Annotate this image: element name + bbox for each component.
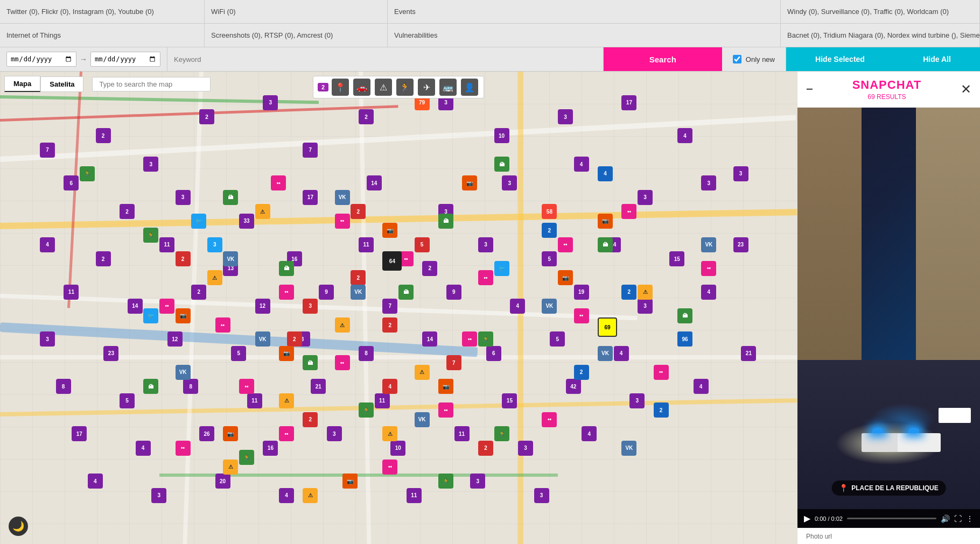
vk-pin[interactable]: VK — [255, 331, 270, 347]
volume-button[interactable]: 🔊 — [941, 514, 950, 523]
flickr-pin[interactable]: •• — [382, 460, 397, 475]
activity-pin[interactable]: 🏔 — [438, 214, 453, 229]
activity-pin[interactable]: 🏔 — [598, 237, 613, 252]
close-button[interactable]: ✕ — [961, 82, 971, 97]
activity-pin[interactable]: 🏃 — [143, 228, 158, 243]
vk-pin[interactable]: VK — [542, 299, 557, 314]
vk-pin[interactable]: VK — [176, 365, 191, 380]
activity-pin[interactable]: 🏔 — [677, 308, 692, 323]
pin[interactable]: 4 — [136, 441, 151, 456]
pin[interactable]: 9 — [446, 285, 461, 300]
blue-pin[interactable]: 96 — [677, 331, 692, 347]
pin[interactable]: 20 — [215, 474, 230, 489]
warning-pin[interactable]: ⚠ — [415, 365, 430, 380]
warning-pin[interactable]: ⚠ — [335, 317, 350, 333]
pin[interactable]: 14 — [422, 331, 437, 347]
flickr-pin[interactable]: •• — [574, 308, 589, 323]
instagram-pin[interactable]: 📷 — [279, 346, 294, 361]
pin[interactable]: 2 — [120, 204, 135, 219]
red-pin[interactable]: 4 — [382, 379, 397, 394]
pin[interactable]: 14 — [128, 299, 143, 314]
flickr-pin[interactable]: •• — [215, 317, 230, 333]
activity-pin[interactable]: 🏃 — [239, 450, 254, 465]
map-tab-satellite[interactable]: Satelita — [40, 76, 83, 92]
pin[interactable]: 3 — [558, 109, 573, 124]
pin[interactable]: 3 — [701, 175, 716, 190]
red-pin[interactable]: 2 — [287, 331, 302, 347]
pin[interactable]: 2 — [199, 109, 214, 124]
instagram-pin[interactable]: 📷 — [598, 214, 613, 229]
pin[interactable]: 4 — [614, 346, 629, 361]
vk-pin[interactable]: VK — [701, 237, 716, 252]
pin[interactable]: 11 — [407, 488, 422, 503]
pin[interactable]: 4 — [574, 157, 589, 172]
instagram-pin[interactable]: 📷 — [462, 175, 477, 190]
activity-pin[interactable]: 🏔 — [143, 379, 158, 394]
car-toolbar-icon[interactable]: 🚗 — [353, 79, 370, 96]
pin[interactable]: 11 — [454, 426, 470, 441]
pin[interactable]: 21 — [741, 346, 756, 361]
pin[interactable]: 42 — [566, 379, 581, 394]
blue-pin[interactable]: 4 — [598, 166, 613, 181]
red-pin[interactable]: 2 — [351, 204, 366, 219]
pin[interactable]: 3 — [629, 393, 645, 408]
instagram-pin[interactable]: 📷 — [438, 379, 453, 394]
pin[interactable]: 17 — [72, 426, 87, 441]
pin[interactable]: 3 — [638, 299, 653, 314]
keyword-input[interactable] — [174, 55, 597, 63]
user-toolbar-icon[interactable]: 👤 — [461, 79, 478, 96]
flickr-pin[interactable]: •• — [271, 175, 286, 190]
pin[interactable]: 8 — [56, 379, 71, 394]
flickr-pin[interactable]: •• — [621, 204, 636, 219]
pin-toolbar-icon[interactable]: 📍 — [332, 79, 349, 96]
pin[interactable]: 3 — [478, 237, 493, 252]
red-pin[interactable]: 5 — [415, 237, 430, 252]
pin[interactable]: 15 — [502, 393, 517, 408]
wifi-filter[interactable]: WiFi (0) — [205, 0, 388, 23]
red-big-pin[interactable]: 58 — [542, 204, 557, 219]
pin[interactable]: 3 — [638, 190, 653, 205]
warning-pin[interactable]: ⚠ — [638, 285, 653, 300]
pin[interactable]: 5 — [542, 251, 557, 266]
pin[interactable]: 23 — [733, 237, 748, 252]
flickr-pin[interactable]: •• — [176, 441, 191, 456]
snapchat-cluster-pin[interactable]: 64 — [382, 251, 402, 271]
activity-pin[interactable]: 🏃 — [80, 166, 95, 181]
activity-pin[interactable]: 🏔 — [494, 157, 509, 172]
progress-bar[interactable] — [847, 518, 936, 519]
pin[interactable]: 6 — [64, 175, 79, 190]
pin[interactable]: 3 — [176, 190, 191, 205]
flickr-pin[interactable]: •• — [279, 426, 294, 441]
pin[interactable]: 6 — [486, 346, 501, 361]
person-toolbar-icon[interactable]: 🏃 — [396, 79, 414, 96]
pin[interactable]: 4 — [677, 128, 692, 143]
bus-toolbar-icon[interactable]: 🚌 — [439, 79, 457, 96]
pin[interactable]: 11 — [64, 285, 79, 300]
map-search-input[interactable] — [92, 77, 211, 91]
pin[interactable]: 3 — [534, 488, 549, 503]
pin[interactable]: 3 — [518, 441, 533, 456]
fullscreen-button[interactable]: ⛶ — [954, 514, 962, 523]
red-pin[interactable]: 2 — [351, 270, 366, 285]
flickr-pin[interactable]: •• — [701, 261, 716, 276]
pin[interactable]: 17 — [303, 190, 318, 205]
pin[interactable]: 11 — [159, 237, 174, 252]
map-container[interactable]: 7 2 3 2 3 7 2 3 10 3 17 4 3 6 2 3 33 17 … — [0, 72, 797, 544]
blue-pin[interactable]: 2 — [542, 223, 557, 238]
instagram-pin[interactable]: 📷 — [176, 308, 191, 323]
red-pin[interactable]: 2 — [478, 441, 493, 456]
pin[interactable]: 10 — [390, 441, 405, 456]
warning-pin[interactable]: ⚠ — [382, 426, 397, 441]
flickr-pin[interactable]: •• — [462, 331, 477, 347]
pin[interactable]: 15 — [669, 251, 684, 266]
pin[interactable]: 4 — [701, 285, 716, 300]
flickr-pin[interactable]: •• — [159, 299, 174, 314]
flickr-pin[interactable]: •• — [335, 355, 350, 370]
pin[interactable]: 33 — [239, 214, 254, 229]
pin[interactable]: 4 — [279, 488, 294, 503]
snapchat-pin-69[interactable]: 69 — [598, 317, 617, 337]
pin[interactable]: 3 — [143, 157, 158, 172]
pin[interactable]: 2 — [96, 128, 111, 143]
instagram-pin[interactable]: 📷 — [558, 270, 573, 285]
date-end-input[interactable] — [90, 52, 160, 67]
